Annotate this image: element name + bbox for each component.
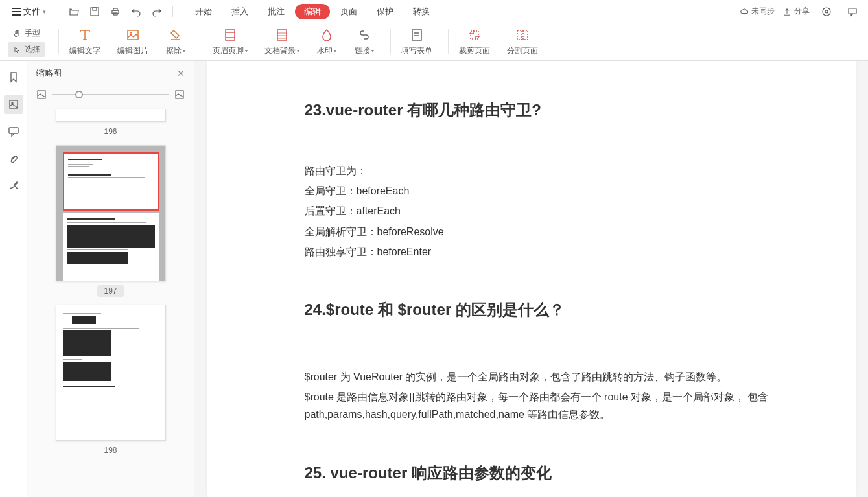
share-button[interactable]: 分享: [782, 6, 810, 17]
tab-page[interactable]: 页面: [331, 3, 366, 20]
ribbon-group: 页眉页脚▾ 文档背景▾ 水印▾ 链接▾: [207, 26, 380, 58]
thumb-zoom-row: [27, 86, 194, 106]
split-icon: [515, 27, 530, 43]
thumb-preview: [56, 145, 166, 281]
file-chev: ▾: [43, 8, 46, 15]
tab-edit[interactable]: 编辑: [295, 4, 330, 19]
thumbnail-panel: 缩略图 ✕ 196: [27, 61, 194, 497]
paragraph: 路由独享守卫：beforeEnter: [305, 243, 817, 260]
tab-convert[interactable]: 转换: [404, 3, 439, 20]
mode-group: 手型 选择: [8, 26, 45, 57]
bg-icon: [274, 27, 290, 43]
tab-insert[interactable]: 插入: [222, 3, 257, 20]
tab-start[interactable]: 开始: [186, 3, 221, 20]
erase-button[interactable]: 擦除▾: [160, 26, 191, 58]
thumb-198[interactable]: 198: [35, 305, 186, 455]
header-footer-icon: [222, 27, 238, 43]
split-label: 分割页面: [507, 45, 538, 56]
svg-rect-10: [849, 8, 856, 14]
thumbnail-button[interactable]: [4, 95, 23, 114]
svg-rect-13: [226, 30, 235, 40]
svg-point-9: [823, 8, 830, 16]
doc-bg-label: 文档背景: [264, 45, 296, 56]
comment-button[interactable]: [4, 122, 23, 141]
thumb-label: 196: [104, 127, 117, 136]
watermark-button[interactable]: 水印▾: [311, 26, 342, 58]
edit-text-button[interactable]: 编辑文字: [64, 26, 106, 58]
ribbon: 手型 选择 编辑文字 编辑图片 擦除▾ 页眉页脚▾ 文档背景▾: [0, 23, 868, 61]
feedback-icon[interactable]: [843, 3, 862, 21]
separator: [58, 29, 59, 54]
text-icon: [77, 27, 93, 43]
watermark-icon: [319, 27, 334, 43]
attachment-button[interactable]: [4, 149, 23, 168]
edit-text-label: 编辑文字: [69, 45, 100, 56]
undo-icon[interactable]: [127, 3, 145, 21]
header-footer-button[interactable]: 页眉页脚▾: [207, 26, 253, 58]
doc-bg-button[interactable]: 文档背景▾: [259, 26, 305, 58]
thumb-list[interactable]: 196: [27, 106, 194, 497]
chevron-down-icon: ▾: [245, 48, 248, 54]
slider-knob[interactable]: [75, 91, 83, 98]
save-icon[interactable]: [86, 3, 104, 21]
tab-protect[interactable]: 保护: [368, 3, 403, 20]
zoom-in-icon[interactable]: [174, 89, 185, 100]
crop-page-button[interactable]: 裁剪页面: [454, 26, 495, 58]
edit-image-label: 编辑图片: [117, 45, 148, 56]
print-icon[interactable]: [106, 3, 124, 21]
chevron-down-icon: ▾: [334, 48, 336, 54]
svg-rect-6: [113, 8, 117, 10]
document-page: 23.vue-router 有哪几种路由守卫? 路由守卫为： 全局守卫：befo…: [207, 61, 856, 497]
close-icon[interactable]: ✕: [177, 68, 185, 78]
watermark-label: 水印: [317, 45, 333, 56]
heading-23: 23.vue-router 有哪几种路由守卫?: [305, 100, 817, 121]
paragraph: 路由守卫为：: [305, 162, 817, 179]
chevron-down-icon: ▾: [183, 48, 185, 54]
zoom-slider[interactable]: [52, 94, 169, 95]
select-mode[interactable]: 选择: [8, 42, 45, 57]
bookmark-button[interactable]: [4, 67, 23, 87]
header-footer-label: 页眉页脚: [213, 45, 244, 56]
svg-rect-20: [471, 31, 478, 39]
fill-form-button[interactable]: 填写表单: [396, 26, 438, 58]
thumb-label: 197: [97, 285, 123, 297]
ribbon-group: 裁剪页面 分割页面: [454, 26, 543, 58]
hand-label: 手型: [25, 28, 40, 39]
separator: [58, 6, 58, 17]
zoom-out-icon[interactable]: [36, 89, 47, 100]
signature-button[interactable]: [4, 176, 23, 196]
document-view[interactable]: 23.vue-router 有哪几种路由守卫? 路由守卫为： 全局守卫：befo…: [194, 61, 868, 497]
heading-25: 25. vue-router 响应路由参数的变化: [305, 463, 817, 483]
thumb-197[interactable]: 197: [35, 145, 186, 295]
edit-image-button[interactable]: 编辑图片: [112, 26, 154, 58]
thumb-header: 缩略图 ✕: [27, 61, 194, 86]
tab-annotate[interactable]: 批注: [259, 3, 294, 20]
ribbon-tabs: 开始 插入 批注 编辑 页面 保护 转换: [186, 3, 439, 20]
paragraph: 全局解析守卫：beforeResolve: [305, 223, 817, 240]
split-page-button[interactable]: 分割页面: [502, 26, 543, 58]
paragraph: $router 为 VueRouter 的实例，是一个全局路由对象，包含了路由跳…: [305, 368, 817, 386]
select-label: 选择: [25, 44, 40, 55]
svg-point-12: [130, 33, 132, 35]
link-label: 链接: [355, 45, 370, 56]
hand-mode[interactable]: 手型: [8, 26, 45, 41]
left-rail: [0, 61, 27, 497]
heading-24: 24.$route 和 $router 的区别是什么？: [305, 299, 817, 320]
erase-label: 擦除: [166, 45, 182, 56]
link-button[interactable]: 链接▾: [349, 26, 380, 58]
chevron-down-icon: ▾: [297, 48, 299, 54]
chevron-down-icon: ▾: [371, 48, 374, 54]
cloud-icon: [740, 7, 749, 16]
svg-point-8: [825, 10, 828, 13]
redo-icon[interactable]: [148, 3, 166, 21]
open-icon[interactable]: [65, 3, 83, 21]
sync-button[interactable]: 未同步: [740, 6, 775, 17]
fill-form-label: 填写表单: [401, 45, 432, 56]
settings-icon[interactable]: [817, 3, 836, 21]
file-menu[interactable]: 文件 ▾: [6, 3, 51, 20]
cursor-icon: [13, 45, 22, 54]
crop-label: 裁剪页面: [459, 45, 490, 56]
paragraph: 全局守卫：beforeEach: [305, 182, 817, 200]
thumb-196[interactable]: 196: [35, 109, 186, 136]
ribbon-group: 编辑文字 编辑图片 擦除▾: [64, 26, 191, 58]
